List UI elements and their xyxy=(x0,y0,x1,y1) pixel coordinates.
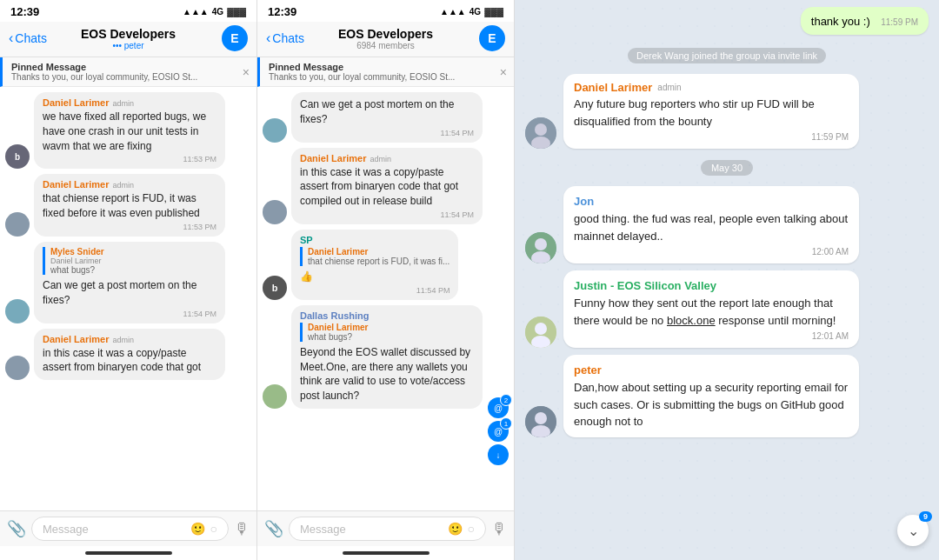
admin-badge: admin xyxy=(370,155,391,163)
message-bubble-outgoing: thank you :) 11:59 PM xyxy=(801,7,929,35)
scroll-buttons: @ 2 @ 1 ↓ xyxy=(488,397,509,465)
msg-sender: Daniel Larimeradmin xyxy=(43,97,216,108)
nav-back-1[interactable]: ‹ Chats xyxy=(9,30,47,46)
avatar xyxy=(5,212,30,237)
avatar xyxy=(5,356,30,380)
pinned-close-1[interactable]: × xyxy=(243,65,250,79)
msg-time-outgoing: 11:59 PM xyxy=(881,17,918,27)
date-divider: May 30 xyxy=(525,159,929,176)
chat-sender: Daniel Larimer admin xyxy=(574,81,849,94)
admin-badge: admin xyxy=(112,336,134,344)
reply-to: Daniel Larimer xyxy=(308,247,450,257)
signal-icon-1: ▲▲▲ xyxy=(183,7,209,17)
msg-text: that chiense report is FUD, it was fixed… xyxy=(43,191,216,221)
avatar xyxy=(525,317,556,348)
svg-point-4 xyxy=(535,238,547,250)
reply-text: what bugs? xyxy=(308,332,474,342)
back-label-1[interactable]: Chats xyxy=(15,31,47,45)
nav-subtitle-1: ••• peter xyxy=(81,41,176,50)
avatar: b xyxy=(5,144,30,169)
reply-text: that chiense report is FUD, it was fi... xyxy=(308,257,450,266)
media-icon-2[interactable]: ○ xyxy=(468,522,475,536)
avatar xyxy=(263,118,287,143)
msg-time: 11:54 PM xyxy=(300,129,474,137)
mic-icon-2[interactable]: 🎙 xyxy=(491,520,507,538)
table-row: Daniel Larimeradmin that chiense report … xyxy=(5,174,251,237)
table-row: b Daniel Larimeradmin we have fixed all … xyxy=(5,92,251,169)
table-row: Dallas Rushing Daniel Larimer what bugs?… xyxy=(263,305,509,409)
avatar-img xyxy=(525,317,556,348)
input-icon-group: 🙂 ○ xyxy=(190,522,217,536)
avatar-img xyxy=(525,406,556,437)
nav-title-1: EOS Developers xyxy=(81,27,176,41)
message-input-field-2[interactable]: Message 🙂 ○ xyxy=(289,517,486,541)
sticker-icon-2[interactable]: 🙂 xyxy=(448,522,463,536)
nav-title-2: EOS Developers xyxy=(338,27,433,41)
reply-to: Daniel Larimer xyxy=(308,323,474,332)
chat-scroll-down-button[interactable]: ⌄ 9 xyxy=(897,515,929,546)
system-bubble-text: Derek Wang joined the group via invite l… xyxy=(628,48,826,63)
avatar xyxy=(263,384,287,409)
message-bubble: SP Daniel Larimer that chiense report is… xyxy=(291,230,458,300)
pinned-banner-1[interactable]: Pinned Message Thanks to you, our loyal … xyxy=(0,57,256,87)
input-bar-1: 📎 Message 🙂 ○ 🎙 xyxy=(0,510,256,546)
scroll-down-btn[interactable]: ↓ xyxy=(488,444,509,465)
input-placeholder: Message xyxy=(43,523,183,536)
message-input-field[interactable]: Message 🙂 ○ xyxy=(31,517,229,541)
date-bubble-text: May 30 xyxy=(701,160,753,176)
attach-icon-2[interactable]: 📎 xyxy=(264,519,283,538)
nav-avatar-1[interactable]: E xyxy=(222,25,248,51)
sticker-icon[interactable]: 🙂 xyxy=(190,522,205,536)
nav-bar-1: ‹ Chats EOS Developers ••• peter E xyxy=(0,22,256,57)
pinned-close-2[interactable]: × xyxy=(500,65,507,79)
list-item: Jon good thing. the fud was real, people… xyxy=(525,186,929,263)
sender-name: Jon xyxy=(574,195,594,208)
mic-icon[interactable]: 🎙 xyxy=(234,520,250,538)
scroll-mentions-1[interactable]: @ 2 xyxy=(488,397,509,418)
admin-label: admin xyxy=(657,83,681,92)
nav-avatar-2[interactable]: E xyxy=(479,25,505,51)
back-chevron-1: ‹ xyxy=(9,30,13,46)
reply-block: Daniel Larimer what bugs? xyxy=(300,323,474,342)
list-item: Daniel Larimer admin Any future bug repo… xyxy=(525,74,929,149)
scroll-mentions-2[interactable]: @ 1 xyxy=(488,421,509,442)
admin-badge: admin xyxy=(112,99,134,108)
list-item: Justin - EOS Silicon Valley Funny how th… xyxy=(525,270,929,348)
table-row: b SP Daniel Larimer that chiense report … xyxy=(263,230,509,300)
msg-time: 12:01 AM xyxy=(574,331,849,341)
messages-area-2: Can we get a post mortem on the fixes? 1… xyxy=(257,87,514,510)
message-bubble: Can we get a post mortem on the fixes? 1… xyxy=(291,92,483,143)
msg-sender: Daniel Larimeradmin xyxy=(300,153,474,163)
nav-bar-2: ‹ Chats EOS Developers 6984 members E xyxy=(257,22,514,57)
chevron-down-icon: ↓ xyxy=(496,450,501,460)
table-row: Daniel Larimeradmin in this case it was … xyxy=(5,329,251,381)
message-bubble: Daniel Larimeradmin we have fixed all re… xyxy=(34,92,225,169)
back-label-2[interactable]: Chats xyxy=(272,31,304,45)
table-row: Daniel Larimeradmin in this case it was … xyxy=(263,148,509,224)
svg-point-7 xyxy=(535,323,547,335)
pinned-banner-2[interactable]: Pinned Message Thanks to you, our loyal … xyxy=(257,57,514,87)
message-bubble: Dallas Rushing Daniel Larimer what bugs?… xyxy=(291,305,483,409)
avatar-img xyxy=(525,117,556,149)
attach-icon[interactable]: 📎 xyxy=(7,519,26,538)
status-bar-2: 12:39 ▲▲▲ 4G ▓▓▓ xyxy=(257,0,514,22)
avatar: b xyxy=(263,276,287,300)
msg-text-outgoing: thank you :) xyxy=(811,15,870,28)
msg-text: Can we get a post mortem on the fixes? xyxy=(43,278,216,308)
input-icon-group-2: 🙂 ○ xyxy=(448,522,475,536)
message-bubble: Daniel Larimeradmin in this case it was … xyxy=(34,329,225,381)
msg-text: in this case it was a copy/paste assert … xyxy=(43,346,216,376)
sender-name: Justin - EOS Silicon Valley xyxy=(574,279,716,292)
block-one-link[interactable]: block.one xyxy=(667,314,716,327)
system-message: Derek Wang joined the group via invite l… xyxy=(525,47,929,63)
msg-time: 11:59 PM xyxy=(574,132,849,142)
msg-text: 👍 xyxy=(300,270,450,284)
media-icon[interactable]: ○ xyxy=(210,522,217,536)
nav-back-2[interactable]: ‹ Chats xyxy=(266,30,304,46)
avatar xyxy=(263,200,287,224)
avatar xyxy=(525,406,556,437)
messages-area-1: b Daniel Larimeradmin we have fixed all … xyxy=(0,87,256,510)
reply-block: Myles Snider Daniel Larimer what bugs? xyxy=(43,247,216,275)
sender-name: peter xyxy=(574,363,602,377)
scroll-badge-count: 2 xyxy=(500,394,512,406)
